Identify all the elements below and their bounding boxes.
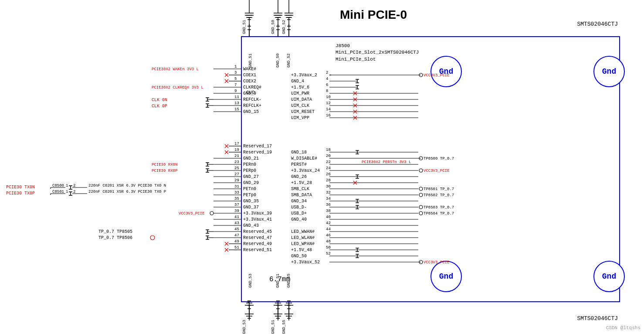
- main-component-box: [241, 36, 620, 302]
- part-number-bottom: SMTS02046CTJ: [577, 315, 618, 322]
- svg-text:GND_51: GND_51: [271, 320, 275, 334]
- svg-text:51: 51: [234, 245, 239, 250]
- svg-text:GND_52: GND_52: [282, 20, 286, 34]
- component-label: J8500 Mini_PCIe_Slot_2xSMTS02046CTJ Mini…: [336, 43, 419, 63]
- svg-text:C8500: C8500: [52, 184, 64, 188]
- svg-text:CLK 0P: CLK 0P: [152, 104, 167, 109]
- svg-text:49: 49: [234, 239, 239, 244]
- svg-text:15: 15: [234, 107, 239, 112]
- svg-text:13: 13: [234, 101, 239, 106]
- svg-text:2: 2: [73, 190, 75, 194]
- svg-text:1: 1: [66, 184, 68, 188]
- svg-text:33: 33: [234, 191, 239, 195]
- svg-text:GND_51: GND_51: [242, 20, 247, 34]
- svg-text:1: 1: [234, 65, 237, 69]
- svg-text:PCIE30 RX0N: PCIE30 RX0N: [152, 163, 177, 167]
- component-desc1: Mini_PCIe_Slot_2xSMTS02046CTJ: [336, 49, 419, 56]
- svg-point-118: [210, 211, 214, 215]
- svg-text:11: 11: [234, 95, 239, 99]
- svg-text:CLK 0N: CLK 0N: [152, 98, 167, 102]
- schematic-title: Mini PCIE-0: [340, 8, 407, 22]
- svg-text:45: 45: [234, 227, 239, 232]
- svg-line-35: [225, 73, 228, 77]
- svg-text:43: 43: [234, 221, 239, 225]
- svg-text:29: 29: [234, 178, 239, 183]
- svg-text:TP_0.7   TP8505: TP_0.7 TP8505: [98, 229, 132, 234]
- svg-text:47: 47: [234, 233, 239, 238]
- svg-text:35: 35: [234, 197, 239, 201]
- svg-text:PCIE30 TX0N: PCIE30 TX0N: [6, 185, 35, 190]
- svg-line-40: [225, 79, 228, 83]
- svg-text:1: 1: [66, 190, 68, 194]
- part-number-top: SMTS02046CTJ: [577, 21, 618, 27]
- csdn-watermark: CSDN @ltqshs: [606, 325, 641, 331]
- svg-text:25: 25: [234, 166, 239, 170]
- svg-text:PCIE30X2 WAKEn 3V3 L: PCIE30X2 WAKEn 3V3 L: [152, 67, 199, 72]
- svg-text:PCIE30 TX0P: PCIE30 TX0P: [6, 191, 35, 196]
- svg-line-151: [225, 248, 228, 252]
- svg-text:TP_0.7   TP8506: TP_0.7 TP8506: [98, 235, 132, 240]
- svg-text:9: 9: [234, 89, 237, 93]
- svg-text:39: 39: [234, 209, 239, 213]
- svg-line-71: [225, 144, 228, 148]
- svg-text:3: 3: [234, 71, 237, 75]
- svg-text:GND_55: GND_55: [282, 320, 286, 334]
- component-ref: J8500: [336, 43, 419, 49]
- svg-text:GND_50: GND_50: [271, 20, 275, 34]
- svg-text:2: 2: [73, 184, 75, 188]
- svg-text:220nF C0201  X5R 6.3V PCIE30 T: 220nF C0201 X5R 6.3V PCIE30 TX0 P: [88, 190, 166, 194]
- svg-text:PCIE30X2 CLKREQn 3V3 L: PCIE30X2 CLKREQn 3V3 L: [152, 85, 203, 90]
- gnd-circle-bottom-right: Gnd: [593, 261, 625, 292]
- svg-text:220nF C0201  X5R 6.3V PCIE30 T: 220nF C0201 X5R 6.3V PCIE30 TX0 N: [88, 184, 166, 188]
- svg-text:17: 17: [234, 142, 239, 146]
- component-desc2: Mini_PCIe_Slot: [336, 56, 419, 63]
- svg-text:31: 31: [234, 184, 239, 189]
- gnd-circle-top-left: Gnd: [430, 56, 462, 87]
- svg-text:C8501: C8501: [52, 190, 64, 194]
- svg-text:GND_53: GND_53: [242, 320, 247, 334]
- svg-text:7: 7: [234, 83, 237, 87]
- svg-text:5: 5: [234, 77, 237, 81]
- svg-line-39: [225, 79, 228, 83]
- svg-text:23: 23: [234, 160, 239, 164]
- schematic-container: Mini PCIE-0 SMTS02046CTJ SMTS02046CTJ CS…: [0, 0, 644, 334]
- svg-line-146: [225, 242, 228, 245]
- svg-line-34: [225, 73, 228, 77]
- svg-text:21: 21: [234, 154, 239, 158]
- svg-text:19: 19: [234, 148, 239, 152]
- svg-text:41: 41: [234, 215, 239, 219]
- svg-line-77: [225, 150, 228, 154]
- gnd-circle-bottom-left: Gnd: [430, 261, 462, 292]
- svg-line-76: [225, 150, 228, 154]
- svg-line-152: [225, 248, 228, 252]
- svg-line-147: [225, 242, 228, 245]
- svg-line-72: [225, 144, 228, 148]
- svg-text:PCIE30 RX0P: PCIE30 RX0P: [152, 169, 177, 173]
- svg-point-143: [150, 235, 155, 240]
- svg-text:37: 37: [234, 203, 239, 207]
- svg-text:VCC3V3_PCIE: VCC3V3_PCIE: [179, 211, 204, 216]
- svg-text:27: 27: [234, 172, 239, 177]
- gnd-circle-top-right: Gnd: [593, 56, 625, 87]
